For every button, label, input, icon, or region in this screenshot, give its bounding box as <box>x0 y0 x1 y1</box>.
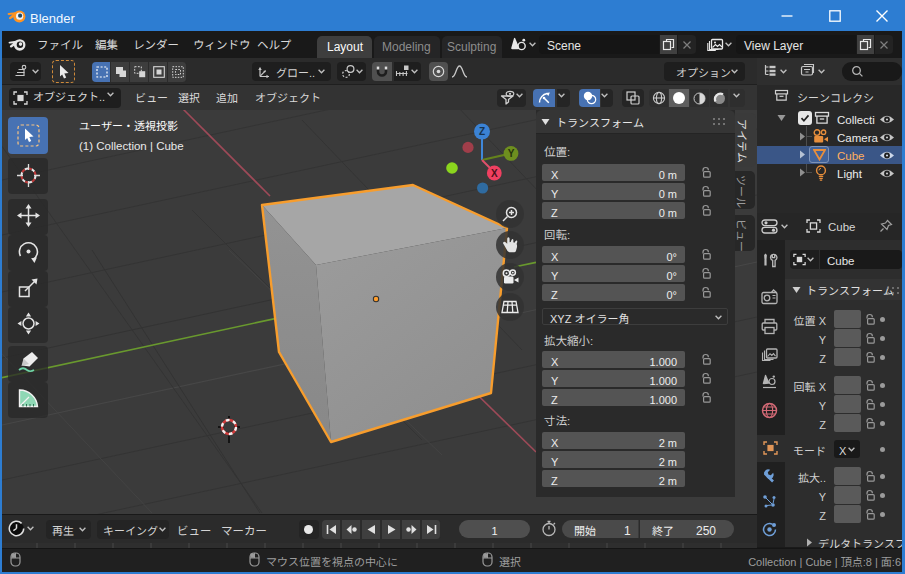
svg-text:Z: Z <box>479 123 485 138</box>
svg-text:Y: Y <box>508 145 515 160</box>
svg-text:X: X <box>491 165 498 180</box>
